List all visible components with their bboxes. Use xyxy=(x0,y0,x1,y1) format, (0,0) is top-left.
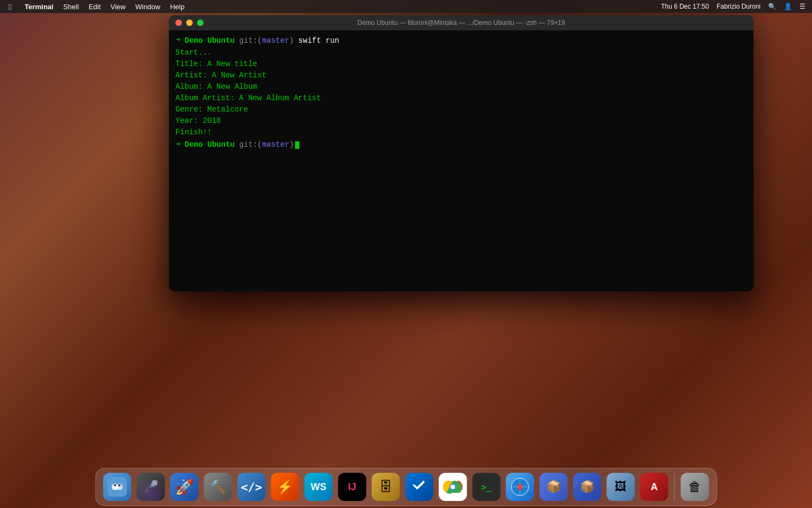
dock-item-trash[interactable]: 🗑 xyxy=(680,472,710,502)
prompt-dirname-2: Demo Ubuntu xyxy=(185,140,234,149)
menubar-shell[interactable]: Shell xyxy=(59,2,83,12)
menubar-right: Thu 6 Dec 17:50 Fabrizio Duroni 🔍 👤 ☰ xyxy=(659,2,808,11)
menubar-app-name[interactable]: Terminal xyxy=(20,2,57,12)
prompt-line-1: ➜ Demo Ubuntu git:(master) swift run xyxy=(175,35,747,47)
dock-item-launchpad[interactable]: 🚀 xyxy=(169,472,200,502)
dock-item-chrome[interactable] xyxy=(438,472,468,502)
dock-icon-intellij: IJ xyxy=(338,473,366,501)
svg-point-7 xyxy=(451,485,455,489)
dock-icon-launchpad: 🚀 xyxy=(171,473,199,501)
traffic-lights xyxy=(175,19,204,26)
menubar-search-icon[interactable]: 🔍 xyxy=(766,2,778,11)
menubar-notif-icon[interactable]: ☰ xyxy=(797,2,808,11)
dock-item-webstorm[interactable]: WS xyxy=(304,472,334,502)
minimize-button[interactable] xyxy=(186,19,193,26)
dock-icon-vscode xyxy=(405,473,434,501)
output-line-7: Finish!! xyxy=(175,127,747,138)
prompt-dir-2: Demo Ubuntu git:(master) xyxy=(185,139,294,151)
menubar-help[interactable]: Help xyxy=(166,2,189,12)
prompt-arrow-2: ➜ xyxy=(175,139,180,152)
dock-icon-siri: 🎤 xyxy=(137,473,165,501)
dock-item-activity[interactable]: ⚡ xyxy=(270,472,300,502)
dock-separator xyxy=(675,473,675,500)
dock-icon-terminal: >_ xyxy=(473,473,501,501)
dock-item-xcodebuild[interactable]: 🔨 xyxy=(203,472,233,502)
output-line-3: Album: A New Album xyxy=(175,81,747,93)
maximize-button[interactable] xyxy=(197,19,204,26)
dock-item-virtualbox1[interactable]: 📦 xyxy=(539,472,569,502)
terminal-title: Demo Ubuntu — fduroni@Mintaka — .../Demo… xyxy=(357,19,565,27)
menubar-profile-icon[interactable]: 👤 xyxy=(782,2,794,11)
menubar-window[interactable]: Window xyxy=(131,2,165,12)
dock-item-preview[interactable]: 🖼 xyxy=(606,472,636,502)
output-line-4: Album Artist: A New Album Artist xyxy=(175,93,747,104)
dock-icon-webstorm: WS xyxy=(305,473,333,501)
svg-point-3 xyxy=(114,484,116,486)
dock-icon-preview: 🖼 xyxy=(607,473,635,501)
apple-menu[interactable]:  xyxy=(4,1,16,12)
terminal-body[interactable]: ➜ Demo Ubuntu git:(master) swift run Sta… xyxy=(169,30,754,291)
prompt-git-2: git:(master) xyxy=(239,140,294,149)
prompt-cmd-1: swift run xyxy=(298,36,339,45)
dock-icon-safari xyxy=(506,473,534,501)
output-line-5: Genre: Metalcore xyxy=(175,104,747,115)
dock-icon-finder xyxy=(103,473,132,501)
dock-icon-trash: 🗑 xyxy=(681,473,709,501)
dock-icon-xcodebuild: 🔨 xyxy=(204,473,232,501)
prompt-line-2: ➜ Demo Ubuntu git:(master) xyxy=(175,139,747,152)
dock-icon-virtualbox2: 📦 xyxy=(573,473,601,501)
dock-item-finder[interactable] xyxy=(102,472,133,502)
prompt-arrow-1: ➜ xyxy=(175,35,180,47)
dock-icon-acrobat: A xyxy=(640,473,669,501)
dock-item-xcode[interactable]: </> xyxy=(237,472,267,502)
dock-item-terminal[interactable]: >_ xyxy=(472,472,502,502)
dock-icon-virtualbox1: 📦 xyxy=(540,473,568,501)
terminal-cursor xyxy=(295,141,299,149)
prompt-dirname-1: Demo Ubuntu xyxy=(185,36,234,45)
close-button[interactable] xyxy=(175,19,182,26)
dock-item-acrobat[interactable]: A xyxy=(639,472,670,502)
dock-item-intellij[interactable]: IJ xyxy=(337,472,368,502)
menubar-edit[interactable]: Edit xyxy=(84,2,105,12)
dock-item-virtualbox2[interactable]: 📦 xyxy=(572,472,603,502)
menubar-user: Fabrizio Duroni xyxy=(715,2,763,11)
terminal-titlebar: Demo Ubuntu — fduroni@Mintaka — .../Demo… xyxy=(169,15,754,30)
dock-icon-xcode: </> xyxy=(238,473,266,501)
dock-item-siri[interactable]: 🎤 xyxy=(136,472,166,502)
dock-item-sequel[interactable]: 🗄 xyxy=(371,472,401,502)
menubar-view[interactable]: View xyxy=(106,2,130,12)
dock: 🎤 🚀 🔨 </> ⚡ WS IJ xyxy=(95,468,717,506)
prompt-dir-1: Demo Ubuntu git:(master) swift run xyxy=(185,35,339,47)
menubar-left:  Terminal Shell Edit View Window Help xyxy=(4,1,189,12)
menubar:  Terminal Shell Edit View Window Help T… xyxy=(0,0,812,13)
dock-item-vscode[interactable] xyxy=(404,472,435,502)
menubar-time: Thu 6 Dec 17:50 xyxy=(659,2,711,11)
output-line-2: Artist: A New Artist xyxy=(175,70,747,81)
dock-item-safari[interactable] xyxy=(505,472,535,502)
output-line-1: Title: A New title xyxy=(175,58,747,70)
dock-icon-chrome xyxy=(439,473,467,501)
prompt-git-1: git:(master) xyxy=(239,36,294,45)
output-line-6: Year: 2018 xyxy=(175,115,747,127)
dock-icon-activity: ⚡ xyxy=(271,473,299,501)
svg-point-4 xyxy=(119,484,121,486)
dock-icon-sequel: 🗄 xyxy=(372,473,400,501)
output-line-0: Start... xyxy=(175,47,747,58)
terminal-window: Demo Ubuntu — fduroni@Mintaka — .../Demo… xyxy=(169,15,754,291)
